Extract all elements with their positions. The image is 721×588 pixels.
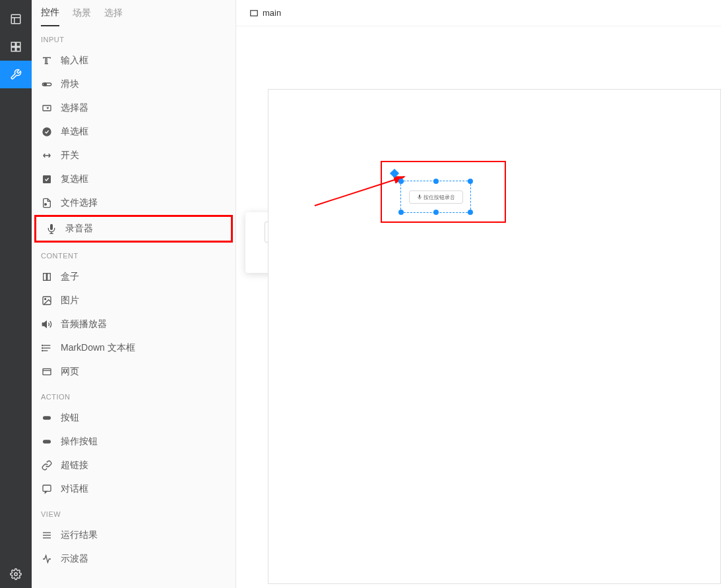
microphone-icon (417, 194, 422, 200)
audio-icon (41, 318, 53, 330)
component-label: 网页 (61, 366, 79, 378)
component-item-markdown[interactable]: MarkDown 文本框 (32, 336, 235, 360)
component-label: 录音器 (65, 223, 93, 235)
component-item-dialog[interactable]: 对话框 (32, 477, 235, 501)
radio-icon (41, 126, 53, 138)
breadcrumb-label: main (263, 8, 281, 18)
section-action-header: ACTION (32, 384, 235, 406)
component-label: 输入框 (61, 55, 88, 67)
oscilloscope-icon (41, 553, 53, 565)
box-icon (41, 271, 53, 283)
svg-point-12 (43, 128, 51, 136)
toolbar-layout-button[interactable] (0, 5, 32, 33)
result-icon (41, 529, 53, 541)
component-item-button[interactable]: 按钮 (32, 406, 235, 430)
component-item-radio[interactable]: 单选框 (32, 120, 235, 144)
component-item-recorder[interactable]: 录音器 (34, 215, 233, 243)
resize-handle-tl[interactable] (398, 179, 404, 184)
component-item-image[interactable]: 图片 (32, 289, 235, 312)
components-icon (10, 41, 22, 53)
resize-handle-tm[interactable] (433, 179, 439, 184)
section-content-header: CONTENT (32, 243, 235, 265)
rect-icon (249, 9, 259, 18)
component-item-result[interactable]: 运行结果 (32, 523, 235, 547)
toolbar-settings-button[interactable] (0, 560, 32, 588)
slider-icon (41, 78, 53, 90)
component-label: 开关 (61, 150, 79, 162)
component-label: 运行结果 (61, 529, 98, 541)
svg-rect-30 (43, 416, 51, 419)
component-label: 对话框 (61, 483, 88, 495)
tab-scene[interactable]: 场景 (73, 1, 91, 26)
component-item-switch[interactable]: 开关 (32, 144, 235, 167)
select-icon (41, 102, 53, 114)
component-item-box[interactable]: 盒子 (32, 265, 235, 289)
svg-rect-10 (43, 105, 51, 111)
component-label: 复选框 (61, 173, 88, 185)
placed-recorder-button[interactable]: 按住按钮录音 (409, 191, 463, 204)
component-label: 音频播放器 (61, 318, 107, 330)
component-label: 图片 (61, 295, 79, 307)
textfield-icon (41, 55, 53, 67)
image-icon (41, 295, 53, 307)
svg-rect-31 (43, 440, 51, 443)
microphone-icon (46, 223, 57, 235)
component-label: 盒子 (61, 271, 79, 283)
component-item-audio[interactable]: 音频播放器 (32, 312, 235, 336)
component-item-textfield[interactable]: 输入框 (32, 49, 235, 73)
component-item-oscilloscope[interactable]: 示波器 (32, 547, 235, 571)
breadcrumb-main[interactable]: main (244, 5, 286, 20)
settings-icon (10, 568, 22, 580)
section-view-header: VIEW (32, 501, 235, 523)
artboard[interactable]: 按住按钮录音 (268, 89, 721, 584)
component-item-slider[interactable]: 滑块 (32, 73, 235, 96)
svg-rect-32 (43, 485, 51, 491)
webpage-icon (41, 366, 53, 378)
component-item-link[interactable]: 超链接 (32, 454, 235, 477)
tab-controls[interactable]: 控件 (41, 0, 59, 26)
svg-rect-5 (11, 47, 15, 51)
toolbar-components-button[interactable] (0, 33, 32, 61)
panel-tabs: 控件 场景 选择 (32, 0, 235, 26)
svg-point-20 (45, 299, 46, 300)
component-label: 超链接 (61, 459, 88, 471)
svg-point-25 (42, 345, 43, 345)
canvas-area[interactable]: 按住按钮录音 录音器 (236, 26, 721, 588)
toolbar-tools-button[interactable] (0, 61, 32, 88)
resize-handle-br[interactable] (468, 210, 473, 215)
svg-point-7 (15, 573, 18, 576)
svg-rect-0 (11, 15, 20, 24)
resize-handle-tr[interactable] (468, 179, 473, 184)
component-label: 按钮 (61, 412, 79, 424)
link-icon (41, 459, 53, 471)
markdown-icon (41, 342, 53, 354)
component-label: 文件选择 (61, 197, 98, 209)
svg-point-14 (45, 204, 47, 206)
panel-scroll-area[interactable]: INPUT 输入框 滑块 选择器 单选框 开关 复选框 文件选择 (32, 26, 235, 588)
component-item-file[interactable]: 文件选择 (32, 191, 235, 215)
svg-marker-21 (42, 321, 46, 327)
svg-rect-4 (16, 42, 20, 46)
component-item-select[interactable]: 选择器 (32, 96, 235, 120)
svg-rect-13 (43, 175, 51, 183)
component-label: 单选框 (61, 126, 88, 138)
svg-rect-37 (251, 10, 258, 15)
resize-handle-bm[interactable] (433, 210, 439, 215)
file-icon (41, 197, 53, 209)
component-item-webpage[interactable]: 网页 (32, 360, 235, 384)
svg-rect-3 (11, 42, 15, 46)
resize-handle-bl[interactable] (398, 210, 404, 215)
left-icon-toolbar (0, 0, 32, 588)
svg-marker-33 (45, 491, 47, 493)
switch-icon (41, 150, 53, 162)
button-icon (41, 412, 53, 424)
component-label: 选择器 (61, 102, 88, 114)
action-button-icon (41, 436, 53, 448)
svg-rect-17 (44, 274, 47, 281)
svg-rect-28 (43, 368, 51, 374)
main-area: main 按住按钮录音 录音器 (236, 0, 721, 588)
tab-select[interactable]: 选择 (104, 1, 123, 26)
component-item-action-button[interactable]: 操作按钮 (32, 430, 235, 454)
placed-recorder-selection[interactable]: 按住按钮录音 (400, 181, 471, 213)
component-item-checkbox[interactable]: 复选框 (32, 167, 235, 191)
